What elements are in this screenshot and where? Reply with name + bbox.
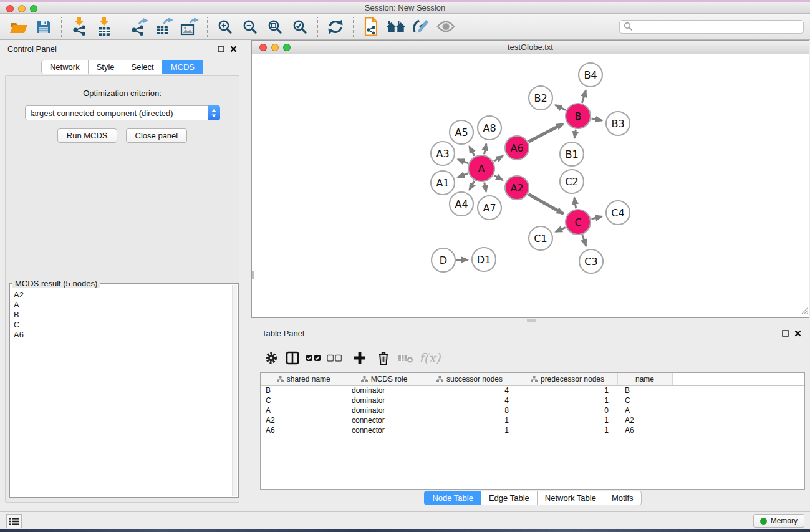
- tab-edge-table[interactable]: Edge Table: [481, 491, 538, 505]
- network-vertical-scroll-thumb[interactable]: [252, 271, 254, 279]
- close-window-button[interactable]: [6, 5, 14, 12]
- network-horizontal-scroll-thumb[interactable]: [527, 319, 536, 322]
- float-table-panel-button[interactable]: [782, 330, 789, 337]
- graph-edge-B-B3[interactable]: [592, 118, 602, 120]
- close-panel-button-2[interactable]: Close panel: [126, 128, 188, 143]
- graphics-details-button[interactable]: [410, 16, 432, 38]
- zoom-in-button[interactable]: [215, 16, 236, 38]
- graph-edge-A-A8[interactable]: [485, 143, 486, 154]
- result-scrollbar[interactable]: [232, 285, 237, 496]
- run-mcds-button[interactable]: Run MCDS: [57, 128, 117, 143]
- column-header-name[interactable]: name: [617, 373, 672, 385]
- table-row[interactable]: A6connector11A6: [261, 425, 804, 435]
- graph-edge-A2-C[interactable]: [528, 194, 563, 214]
- graph-edge-B-B2[interactable]: [555, 105, 566, 110]
- refresh-layout-button[interactable]: [325, 16, 346, 38]
- table-settings-button[interactable]: [261, 347, 282, 369]
- network-canvas[interactable]: B4B2BB3A8A5A6A3B1AC2A1A2A4A7C4CC1D1DC3: [252, 54, 809, 317]
- graph-node-label: B3: [611, 118, 624, 130]
- graph-edge-C-C2[interactable]: [574, 198, 576, 209]
- mcds-result-item[interactable]: C: [12, 320, 231, 330]
- graph-edge-A-A6[interactable]: [494, 156, 503, 161]
- table-row[interactable]: A2connector11A2: [261, 415, 804, 425]
- graph-edge-B-B1[interactable]: [574, 130, 576, 138]
- memory-button[interactable]: Memory: [753, 514, 804, 528]
- tab-network-table[interactable]: Network Table: [537, 491, 604, 505]
- show-hide-button[interactable]: [435, 16, 456, 38]
- new-network-button[interactable]: [360, 16, 382, 38]
- zoom-out-button[interactable]: [239, 16, 261, 38]
- add-column-button[interactable]: [349, 347, 370, 369]
- graph-edge-A-A2[interactable]: [494, 175, 503, 180]
- deselect-all-button[interactable]: [324, 347, 345, 369]
- float-panel-button[interactable]: [218, 46, 224, 52]
- graph-edge-A-A7[interactable]: [485, 183, 486, 192]
- tab-motifs[interactable]: Motifs: [604, 491, 642, 505]
- graph-edge-A6-B[interactable]: [529, 123, 563, 142]
- column-header-mcds-role[interactable]: MCDS role: [347, 373, 422, 385]
- import-network-button[interactable]: [69, 16, 90, 38]
- mcds-result-item[interactable]: A6: [12, 330, 231, 340]
- zoom-selected-button[interactable]: [289, 16, 311, 38]
- network-window-titlebar[interactable]: testGlobe.txt: [252, 41, 809, 54]
- graph-node-label: A: [478, 163, 485, 175]
- resize-grip[interactable]: [800, 306, 808, 317]
- refresh-icon: [327, 19, 344, 35]
- tree-icon: [361, 376, 368, 382]
- network-zoom-button[interactable]: [283, 44, 291, 51]
- close-panel-button[interactable]: [230, 46, 237, 52]
- graph-edge-A-A3[interactable]: [458, 159, 468, 163]
- select-all-button[interactable]: [303, 347, 324, 369]
- task-history-button[interactable]: [6, 514, 22, 528]
- mcds-result-item[interactable]: B: [12, 310, 231, 320]
- graph-edge-A-A1[interactable]: [458, 173, 468, 177]
- tab-node-table[interactable]: Node Table: [424, 491, 481, 505]
- delete-table-icon: [398, 353, 413, 363]
- export-table-button[interactable]: [154, 16, 175, 38]
- tab-network[interactable]: Network: [41, 60, 89, 74]
- mcds-result-item[interactable]: A2: [12, 290, 231, 300]
- mcds-result-item[interactable]: A: [12, 300, 231, 310]
- toolbar-search[interactable]: [619, 20, 804, 34]
- export-image-button[interactable]: [179, 16, 200, 38]
- tab-style[interactable]: Style: [88, 60, 123, 74]
- tab-select[interactable]: Select: [123, 60, 163, 74]
- graph-edge-A-A5[interactable]: [470, 147, 475, 156]
- eye-icon: [436, 20, 455, 33]
- graph-edge-B-B4[interactable]: [582, 90, 586, 103]
- table-row[interactable]: Cdominator41C: [261, 395, 804, 405]
- table-row[interactable]: Adominator80A: [261, 405, 804, 415]
- graph-edge-C-C3[interactable]: [582, 235, 586, 246]
- zoom-window-button[interactable]: [30, 5, 37, 12]
- network-overview-button[interactable]: [385, 16, 407, 38]
- open-session-button[interactable]: [8, 16, 29, 38]
- show-column-button[interactable]: [282, 347, 303, 369]
- node-table: shared name MCDS role successor nodes pr…: [260, 372, 805, 490]
- import-table-button[interactable]: [94, 16, 115, 38]
- save-session-button[interactable]: [33, 16, 54, 38]
- columns-icon: [286, 351, 299, 365]
- graph-node-label: C1: [534, 233, 547, 244]
- zoom-fit-button[interactable]: [264, 16, 286, 38]
- network-close-button[interactable]: [259, 44, 267, 51]
- column-header-successor-nodes[interactable]: successor nodes: [422, 373, 518, 385]
- column-header-predecessor-nodes[interactable]: predecessor nodes: [518, 373, 617, 385]
- criterion-dropdown[interactable]: largest connected component (directed): [25, 105, 220, 120]
- close-table-panel-button[interactable]: [794, 330, 801, 337]
- graph-edge-A-A4[interactable]: [470, 181, 475, 190]
- control-panel: Control Panel Network Style Select MCDS …: [0, 40, 244, 504]
- function-builder-button: f(x): [419, 347, 440, 369]
- minimize-window-button[interactable]: [18, 5, 26, 12]
- column-header-shared-name[interactable]: shared name: [261, 373, 347, 385]
- network-minimize-button[interactable]: [271, 44, 279, 51]
- control-panel-tabs: Network Style Select MCDS: [0, 60, 244, 74]
- graph-edge-C-C4[interactable]: [591, 216, 602, 219]
- network-graph[interactable]: B4B2BB3A8A5A6A3B1AC2A1A2A4A7C4CC1D1DC3: [252, 54, 809, 317]
- export-network-button[interactable]: [129, 16, 150, 38]
- delete-column-button[interactable]: [373, 347, 394, 369]
- table-row[interactable]: Bdominator41B: [261, 385, 804, 395]
- graph-node-label: D1: [477, 254, 491, 266]
- graph-edge-C-C1[interactable]: [556, 228, 566, 232]
- search-input[interactable]: [633, 22, 799, 31]
- tab-mcds[interactable]: MCDS: [162, 60, 203, 74]
